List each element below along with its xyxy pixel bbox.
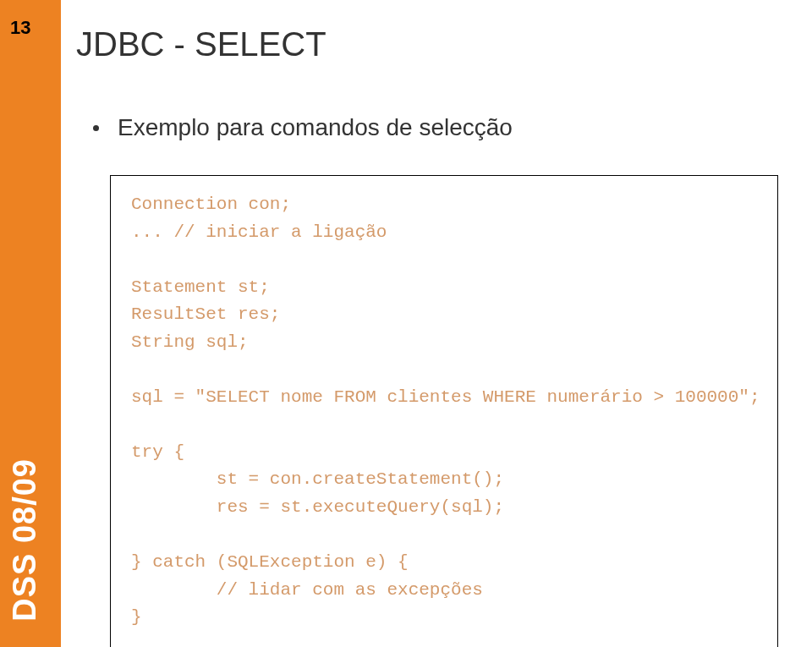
code-line: res = st.executeQuery(sql); (131, 497, 504, 517)
bullet-dot-icon (93, 125, 99, 131)
slide-content: JDBC - SELECT Exemplo para comandos de s… (76, 25, 787, 647)
code-line: ResultSet res; (131, 304, 280, 324)
code-block: Connection con; ... // iniciar a ligação… (110, 175, 778, 647)
code-line: Statement st; (131, 277, 270, 297)
sidebar-label: DSS 08/09 (7, 458, 43, 622)
code-line: Connection con; (131, 195, 291, 214)
code-line: } (131, 607, 142, 627)
code-line: } catch (SQLException e) { (131, 552, 409, 572)
code-line: String sql; (131, 332, 249, 352)
code-line: // lidar com as excepções (131, 580, 483, 600)
page-number: 13 (10, 17, 30, 39)
code-line: st = con.createStatement(); (131, 469, 504, 489)
slide-title: JDBC - SELECT (76, 25, 787, 63)
sidebar: DSS 08/09 (0, 0, 61, 647)
bullet-text: Exemplo para comandos de selecção (118, 114, 513, 141)
code-line: ... // iniciar a ligação (131, 222, 387, 242)
code-line: try { (131, 442, 184, 462)
code-line: sql = "SELECT nome FROM clientes WHERE n… (131, 387, 760, 407)
bullet-item: Exemplo para comandos de selecção (93, 114, 787, 141)
